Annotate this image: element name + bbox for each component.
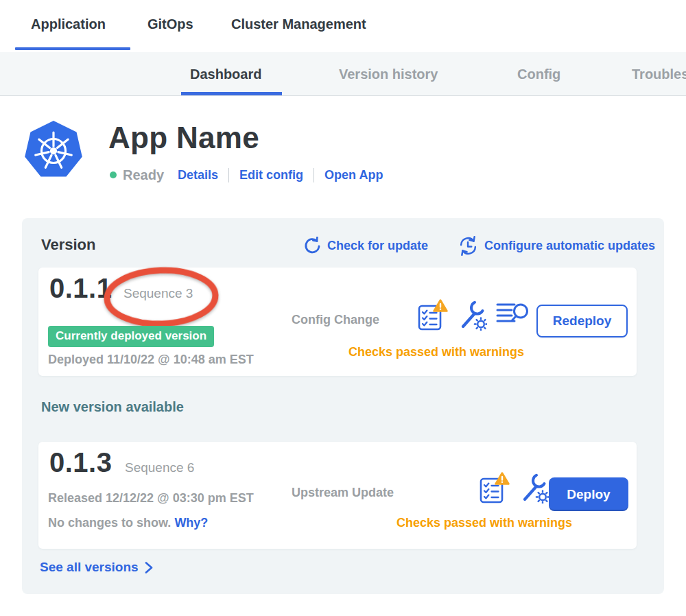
kubernetes-logo-icon xyxy=(23,119,84,181)
edit-config-link[interactable]: Edit config xyxy=(239,168,303,182)
configure-automatic-updates-link[interactable]: Configure automatic updates xyxy=(458,236,655,256)
check-for-update-link[interactable]: Check for update xyxy=(303,237,428,255)
no-changes-text: No changes to show. xyxy=(48,516,171,530)
new-version-card: 0.1.3 Sequence 6 Released 12/12/22 @ 03:… xyxy=(38,442,637,549)
status-badge: Ready xyxy=(123,167,164,183)
active-tab-underline xyxy=(15,47,130,50)
why-link[interactable]: Why? xyxy=(174,516,208,530)
divider xyxy=(228,168,229,182)
current-version-number: 0.1.1 xyxy=(49,273,112,304)
preflight-checklist-warning-icon[interactable] xyxy=(417,299,448,331)
new-version-sequence: Sequence 6 xyxy=(125,460,194,475)
app-dashboard-screen: Application GitOps Cluster Management Da… xyxy=(0,0,686,616)
deployed-timestamp: Deployed 11/10/22 @ 10:48 am EST xyxy=(48,353,254,367)
new-version-check-icons xyxy=(479,472,558,504)
see-all-versions-label: See all versions xyxy=(40,560,139,575)
tab-version-history[interactable]: Version history xyxy=(339,67,438,82)
tab-cluster-management[interactable]: Cluster Management xyxy=(231,16,366,32)
preflight-checklist-warning-icon[interactable] xyxy=(479,472,510,504)
current-version-card: 0.1.1 Sequence 3 Currently deployed vers… xyxy=(38,268,637,376)
redeploy-button[interactable]: Redeploy xyxy=(536,305,628,337)
new-version-number: 0.1.3 xyxy=(49,447,112,478)
version-source-label: Config Change xyxy=(292,313,379,327)
app-status-row: Ready Details Edit config Open App xyxy=(110,166,383,184)
new-version-available-heading: New version available xyxy=(41,399,184,415)
check-for-update-label: Check for update xyxy=(327,239,428,253)
version-panel-actions: Check for update Configure automatic upd… xyxy=(303,236,655,256)
config-wrench-gear-icon[interactable] xyxy=(519,472,549,504)
released-timestamp: Released 12/12/22 @ 03:30 pm EST xyxy=(48,491,254,506)
auto-update-clock-icon xyxy=(458,236,478,256)
see-all-versions-link[interactable]: See all versions xyxy=(40,560,154,575)
no-changes-line: No changes to show. Why? xyxy=(48,516,208,530)
version-source-label: Upstream Update xyxy=(292,486,394,500)
checks-status-warning: Checks passed with warnings xyxy=(348,345,524,359)
tab-config[interactable]: Config xyxy=(517,67,560,82)
active-subtab-underline xyxy=(181,92,282,95)
configure-automatic-updates-label: Configure automatic updates xyxy=(484,239,655,253)
divider xyxy=(314,168,314,182)
top-nav: Application GitOps Cluster Management xyxy=(0,0,686,52)
view-files-list-search-icon[interactable] xyxy=(496,299,529,327)
current-version-sequence: Sequence 3 xyxy=(123,286,193,301)
deploy-button[interactable]: Deploy xyxy=(549,477,628,511)
page-title: App Name xyxy=(108,121,259,155)
tab-application[interactable]: Application xyxy=(31,16,106,32)
currently-deployed-badge: Currently deployed version xyxy=(48,326,214,347)
sub-nav: Dashboard Version history Config Trouble… xyxy=(0,52,686,96)
chevron-right-icon xyxy=(144,561,154,574)
checks-status-warning: Checks passed with warnings xyxy=(397,516,572,530)
version-panel: Version Check for update xyxy=(22,218,664,594)
tab-gitops[interactable]: GitOps xyxy=(147,16,193,32)
version-panel-title: Version xyxy=(41,236,95,254)
open-app-link[interactable]: Open App xyxy=(324,168,383,182)
current-version-check-icons xyxy=(417,299,538,331)
details-link[interactable]: Details xyxy=(178,168,218,182)
ready-status-dot xyxy=(110,171,117,178)
refresh-icon xyxy=(303,237,321,255)
tab-troubleshoot[interactable]: Troubleshoot xyxy=(632,67,686,82)
config-wrench-gear-icon[interactable] xyxy=(457,299,487,331)
tab-dashboard[interactable]: Dashboard xyxy=(190,67,261,82)
